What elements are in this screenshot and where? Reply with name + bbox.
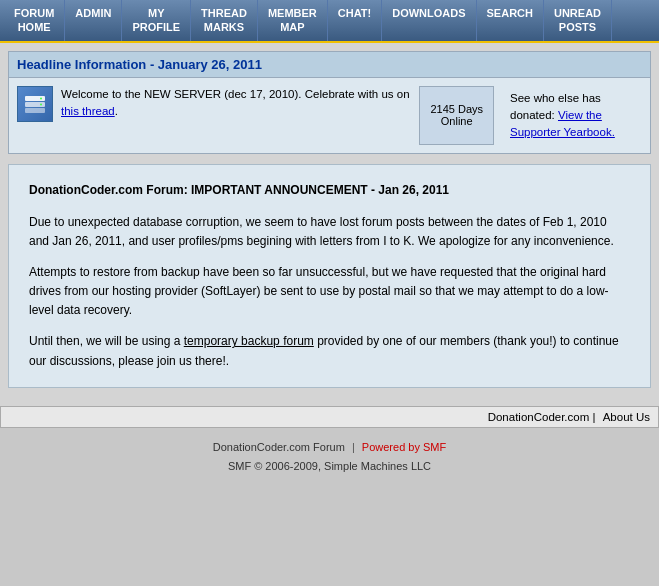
footer-line-2: SMF © 2006-2009, Simple Machines LLC — [4, 457, 655, 476]
headline-message: Welcome to the NEW SERVER (dec 17, 2010)… — [61, 86, 411, 146]
days-label: Online — [441, 115, 473, 127]
announcement-para-1: Due to unexpected database corruption, w… — [29, 213, 630, 251]
headline-content: Welcome to the NEW SERVER (dec 17, 2010)… — [9, 78, 650, 154]
announcement-para-3: Until then, we will be using a temporary… — [29, 332, 630, 370]
temp-forum-link[interactable]: temporary backup forum — [184, 334, 314, 348]
nav-admin[interactable]: ADMIN — [65, 0, 122, 41]
nav-forum-home[interactable]: FORUMHOME — [4, 0, 65, 41]
headline-donate: See who else has donated: View the Suppo… — [502, 86, 642, 146]
nav-thread-marks[interactable]: THREADMARKS — [191, 0, 258, 41]
announcement-box: DonationCoder.com Forum: IMPORTANT ANNOU… — [8, 164, 651, 388]
nav-unread-posts[interactable]: UNREADPOSTS — [544, 0, 612, 41]
headline-thread-link[interactable]: this thread — [61, 105, 115, 117]
footer-pipe-1: | — [352, 441, 355, 453]
navbar: FORUMHOME ADMIN MYPROFILE THREADMARKS ME… — [0, 0, 659, 43]
footer-line-1: DonationCoder.com Forum | Powered by SMF — [4, 438, 655, 457]
announcement-para-2: Attempts to restore from backup have bee… — [29, 263, 630, 321]
footer-pipe: | — [593, 411, 599, 423]
svg-point-3 — [40, 97, 42, 99]
headline-title: Headline Information - January 26, 2011 — [9, 52, 650, 78]
nav-downloads[interactable]: DOWNLOADS — [382, 0, 476, 41]
days-number: 2145 Days — [430, 103, 483, 115]
nav-member-map[interactable]: MEMBERMAP — [258, 0, 328, 41]
nav-search[interactable]: SEARCH — [477, 0, 544, 41]
headline-message-text: Welcome to the NEW SERVER (dec 17, 2010)… — [61, 88, 410, 100]
svg-rect-2 — [25, 108, 45, 113]
footer-about-link[interactable]: About Us — [603, 411, 650, 423]
announcement-title-text: DonationCoder.com Forum: IMPORTANT ANNOU… — [29, 183, 449, 197]
server-icon — [17, 86, 53, 122]
headline-message-end: . — [115, 105, 118, 117]
page-footer: DonationCoder.com Forum | Powered by SMF… — [0, 434, 659, 479]
main-content: Headline Information - January 26, 2011 … — [0, 43, 659, 406]
nav-my-profile[interactable]: MYPROFILE — [122, 0, 191, 41]
headline-days-counter: 2145 Days Online — [419, 86, 494, 146]
footer-forum-name: DonationCoder.com Forum — [213, 441, 345, 453]
footer-smf-link[interactable]: Powered by SMF — [362, 441, 446, 453]
announcement-title: DonationCoder.com Forum: IMPORTANT ANNOU… — [29, 181, 630, 200]
footer-site-link[interactable]: DonationCoder.com — [488, 411, 590, 423]
footer-links-bar: DonationCoder.com | About Us — [0, 406, 659, 428]
headline-box: Headline Information - January 26, 2011 … — [8, 51, 651, 155]
svg-point-4 — [40, 103, 42, 105]
nav-chat[interactable]: CHAT! — [328, 0, 382, 41]
